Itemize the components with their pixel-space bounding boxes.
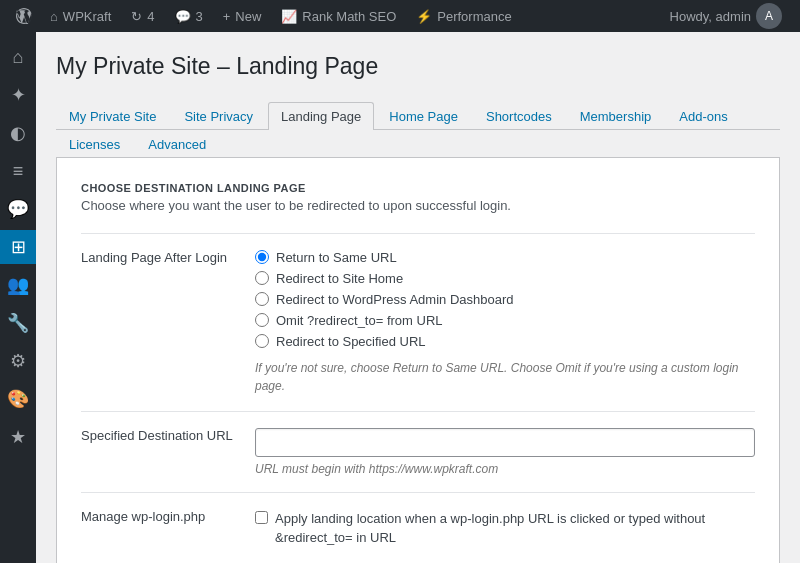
main-content: My Private Site – Landing Page My Privat… xyxy=(36,32,800,563)
url-hint: URL must begin with https://www.wpkraft.… xyxy=(255,462,755,476)
section-heading: CHOOSE DESTINATION LANDING PAGE xyxy=(81,182,755,194)
new-item[interactable]: + New xyxy=(213,0,272,32)
landing-page-label: Landing Page After Login xyxy=(81,233,255,411)
admin-bar: ⌂ WPKraft ↻ 4 💬 3 + New 📈 Rank Math SEO … xyxy=(0,0,800,32)
page-title: My Private Site – Landing Page xyxy=(56,52,780,82)
landing-page-options: Return to Same URL Redirect to Site Home… xyxy=(255,233,755,411)
menu-users[interactable]: 👥 xyxy=(0,268,36,302)
tab-landing-page[interactable]: Landing Page xyxy=(268,102,374,130)
performance-icon: ⚡ xyxy=(416,9,432,24)
menu-media[interactable]: ◐ xyxy=(0,116,36,150)
tab-licenses[interactable]: Licenses xyxy=(56,130,133,158)
radio-redirect-specified[interactable] xyxy=(255,334,269,348)
rank-math-item[interactable]: 📈 Rank Math SEO xyxy=(271,0,406,32)
manage-wp-login-option[interactable]: Apply landing location when a wp-login.p… xyxy=(255,509,755,548)
manage-wp-login-checkbox[interactable] xyxy=(255,511,268,524)
menu-tools[interactable]: 🔧 xyxy=(0,306,36,340)
comments-item[interactable]: 💬 3 xyxy=(165,0,213,32)
menu-star[interactable]: ★ xyxy=(0,420,36,454)
specified-url-label: Specified Destination URL xyxy=(81,411,255,492)
tab-my-private-site[interactable]: My Private Site xyxy=(56,102,169,130)
updates-item[interactable]: ↻ 4 xyxy=(121,0,164,32)
tab-advanced[interactable]: Advanced xyxy=(135,130,219,158)
settings-table: Landing Page After Login Return to Same … xyxy=(81,233,755,563)
avatar: A xyxy=(756,3,782,29)
updates-icon: ↻ xyxy=(131,9,142,24)
manage-wp-login-row: Manage wp-login.php Apply landing locati… xyxy=(81,492,755,563)
tab-site-privacy[interactable]: Site Privacy xyxy=(171,102,266,130)
radio-group: Return to Same URL Redirect to Site Home… xyxy=(255,250,755,349)
plus-icon: + xyxy=(223,9,231,24)
landing-page-hint: If you're not sure, choose Return to Sam… xyxy=(255,359,755,395)
manage-wp-login-label: Manage wp-login.php xyxy=(81,492,255,563)
menu-settings[interactable]: ⚙ xyxy=(0,344,36,378)
menu-dashboard[interactable]: ⌂ xyxy=(0,40,36,74)
tab-row-1: My Private Site Site Privacy Landing Pag… xyxy=(56,102,780,130)
option-return-same[interactable]: Return to Same URL xyxy=(255,250,755,265)
menu-comments[interactable]: 💬 xyxy=(0,192,36,226)
radio-return-same[interactable] xyxy=(255,250,269,264)
menu-posts[interactable]: ✦ xyxy=(0,78,36,112)
section-subheading: Choose where you want the user to be red… xyxy=(81,198,755,213)
site-name[interactable]: ⌂ WPKraft xyxy=(40,0,121,32)
radio-omit-redirect[interactable] xyxy=(255,313,269,327)
radio-redirect-home[interactable] xyxy=(255,271,269,285)
tab-add-ons[interactable]: Add-ons xyxy=(666,102,740,130)
admin-menu: ⌂ ✦ ◐ ≡ 💬 ⊞ 👥 🔧 ⚙ 🎨 ★ xyxy=(0,32,36,563)
tab-shortcodes[interactable]: Shortcodes xyxy=(473,102,565,130)
tab-membership[interactable]: Membership xyxy=(567,102,665,130)
site-icon: ⌂ xyxy=(50,9,58,24)
menu-plugins[interactable]: ⊞ xyxy=(0,230,36,264)
performance-item[interactable]: ⚡ Performance xyxy=(406,0,521,32)
howdy-item[interactable]: Howdy, admin A xyxy=(660,0,792,32)
settings-wrap: CHOOSE DESTINATION LANDING PAGE Choose w… xyxy=(56,158,780,563)
option-redirect-admin[interactable]: Redirect to WordPress Admin Dashboard xyxy=(255,292,755,307)
option-redirect-home[interactable]: Redirect to Site Home xyxy=(255,271,755,286)
rankmath-icon: 📈 xyxy=(281,9,297,24)
specified-url-input[interactable] xyxy=(255,428,755,457)
specified-url-row: Specified Destination URL URL must begin… xyxy=(81,411,755,492)
tab-home-page[interactable]: Home Page xyxy=(376,102,471,130)
specified-url-cell: URL must begin with https://www.wpkraft.… xyxy=(255,411,755,492)
radio-redirect-admin[interactable] xyxy=(255,292,269,306)
menu-appearance[interactable]: 🎨 xyxy=(0,382,36,416)
landing-page-row: Landing Page After Login Return to Same … xyxy=(81,233,755,411)
menu-pages[interactable]: ≡ xyxy=(0,154,36,188)
option-redirect-specified[interactable]: Redirect to Specified URL xyxy=(255,334,755,349)
comments-icon: 💬 xyxy=(175,9,191,24)
option-omit-redirect[interactable]: Omit ?redirect_to= from URL xyxy=(255,313,755,328)
wp-logo[interactable] xyxy=(8,0,40,32)
tab-row-2: Licenses Advanced xyxy=(56,130,780,158)
manage-wp-login-cell: Apply landing location when a wp-login.p… xyxy=(255,492,755,563)
